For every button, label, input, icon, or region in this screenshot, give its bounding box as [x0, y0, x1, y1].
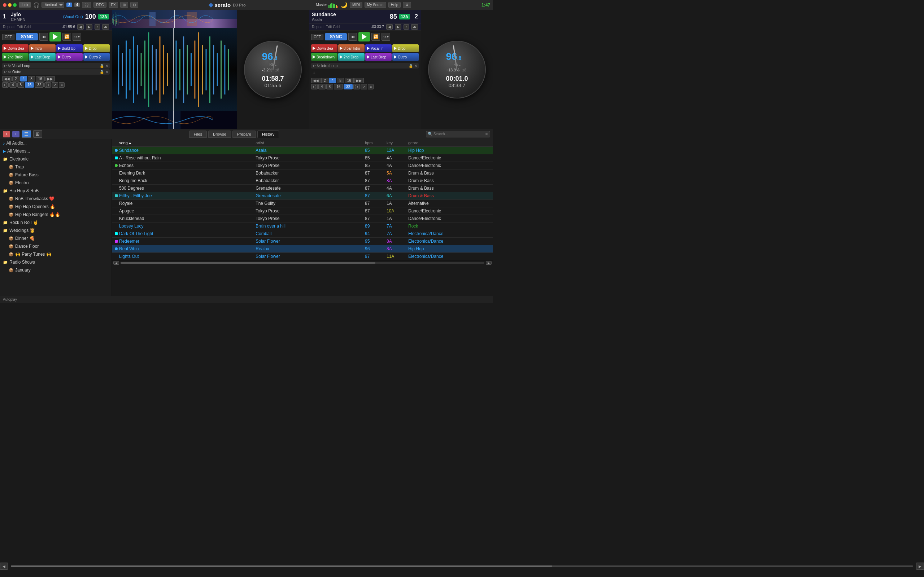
deck1-cue-8[interactable]: Outro 2	[83, 53, 110, 61]
tracklist-scroll-right[interactable]: ▶	[486, 261, 492, 265]
track-row-15[interactable]: Lights Out Solar Flower 97 11A Electroni…	[112, 253, 493, 260]
sidebar-item-future-bass[interactable]: 📦 Future Bass	[0, 171, 111, 179]
deck1-beat-back[interactable]: ◀◀	[2, 76, 11, 82]
list-view-btn[interactable]: ☰	[22, 130, 31, 138]
deck1-edit-grid[interactable]: Edit Grid	[16, 25, 31, 29]
close-btn[interactable]	[3, 3, 6, 7]
deck1-cue-4[interactable]: Drop	[83, 44, 110, 52]
deck1-bj-8[interactable]: 8	[17, 82, 24, 88]
deck2-bj-16[interactable]: 16	[334, 84, 343, 89]
rec-button[interactable]: REC	[94, 2, 106, 8]
deck1-platter[interactable]: 96 .8 REL -3.2% ±8 01:58.7 01:55.6	[244, 41, 302, 98]
loop-refresh-icon-2[interactable]: ↻	[317, 64, 320, 68]
deck2-repeat[interactable]: Repeat	[312, 25, 323, 29]
layout-select[interactable]: Vertical	[42, 2, 64, 8]
deck1-beat-4[interactable]: 4	[20, 76, 27, 82]
link-button[interactable]: Link	[19, 2, 31, 8]
tracklist-hscrollbar[interactable]	[121, 262, 485, 264]
deck2-bj-8[interactable]: 8	[326, 84, 333, 89]
deck2-beat-back[interactable]: ◀◀	[311, 78, 320, 83]
loop-reload-icon[interactable]: ↩	[3, 70, 6, 74]
deck2-sync-btn[interactable]: SYNC	[325, 33, 347, 40]
deck1-bj-fwd-2[interactable]: ⟩⟩	[44, 82, 51, 88]
track-row-6[interactable]: 500 Degrees Grenadesafe 87 4A Drum & Bas…	[112, 185, 493, 192]
track-row-13[interactable]: Redeemer Solar Flower 95 8A Electronica/…	[112, 238, 493, 245]
deck2-cue-8[interactable]: Outro	[393, 53, 419, 61]
settings-button[interactable]: ⚙	[403, 2, 411, 8]
deck1-beat-fwd[interactable]: ▶▶	[45, 76, 55, 82]
deck1-fx-btn[interactable]: FX▼	[73, 33, 81, 41]
deck2-cue-5[interactable]: Breakdown	[311, 53, 338, 61]
deck1-platter-area[interactable]: 96 .8 REL -3.2% ±8 01:58.7 01:55.6	[241, 37, 305, 102]
sidebar-item-all-videos[interactable]: ▶ All Videos...	[0, 147, 111, 155]
deck2-loop-icon-btn[interactable]: ⤢	[360, 84, 367, 89]
layout-icon-btn[interactable]: ⊞	[120, 2, 128, 8]
deck2-bj-4[interactable]: 4	[318, 84, 326, 89]
deck2-platter-area[interactable]: 96 .8 REL +13.9% ±8 00:01.0 03:33.7	[425, 37, 489, 102]
deck2-cue-4[interactable]: Drop	[393, 44, 419, 52]
col-header-song[interactable]: song ▲	[119, 141, 255, 145]
deck1-play-btn[interactable]	[50, 32, 61, 42]
track-row-5[interactable]: Bring me Back Bobabacker 87 8A Drum & Ba…	[112, 177, 493, 185]
deck1-next-btn[interactable]: ▶	[86, 24, 92, 29]
help-button[interactable]: Help	[388, 2, 401, 8]
deck2-eject-btn[interactable]: ⏏	[411, 24, 418, 29]
tab-prepare[interactable]: Prepare	[233, 131, 256, 138]
grid-btn[interactable]: ⊟	[130, 2, 138, 8]
deck2-scroll-icon-btn[interactable]: ≡	[368, 84, 373, 89]
sidebar-item-electronic[interactable]: 📁 Electronic	[0, 155, 111, 163]
deck1-cue-6[interactable]: Last Drop	[29, 53, 56, 61]
add-smartcrate-btn[interactable]: +	[12, 131, 19, 137]
deck2-bj-back-2[interactable]: ⟨⟨	[311, 84, 318, 89]
deck2-cue-1[interactable]: Down Bea	[311, 44, 338, 52]
deck1-load-btn[interactable]: ↑	[95, 24, 100, 29]
deck2-bj-fwd-2[interactable]: ⟩⟩	[353, 84, 360, 89]
track-row-11[interactable]: Loosey Lucy Brain over a hill 89 7A Rock	[112, 222, 493, 230]
sidebar-item-weddings[interactable]: 📁 Weddings 👸	[0, 226, 111, 234]
sidebar-item-hiphop-bangers[interactable]: 📦 Hip Hop Bangers 🔥🔥	[0, 211, 111, 219]
deck2-beat-fwd[interactable]: ▶▶	[354, 78, 364, 83]
tracklist-scroll-left[interactable]: ◀	[113, 261, 119, 265]
sidebar-item-electro[interactable]: 📦 Electro	[0, 179, 111, 187]
deck2-cue-6[interactable]: 2nd Drop	[338, 53, 365, 61]
loop-lock-icon[interactable]: 🔒	[100, 70, 104, 74]
tab-browse[interactable]: Browse	[208, 131, 231, 138]
sidebar-item-radio-shows[interactable]: 📁 Radio Shows	[0, 258, 111, 266]
myserato-button[interactable]: My Serato	[365, 2, 386, 8]
col-header-genre[interactable]: genre	[408, 141, 490, 145]
track-row-12[interactable]: Dark Of The Light Comball 94 7A Electron…	[112, 230, 493, 238]
sidebar-item-trap[interactable]: 📦 Trap	[0, 163, 111, 171]
sidebar-item-party-tunes[interactable]: 📦 🙌 Party Tunes 🙌	[0, 250, 111, 258]
col-header-artist[interactable]: artist	[255, 141, 365, 145]
add-crate-btn[interactable]: +	[3, 131, 10, 137]
deck1-repeat[interactable]: Repeat	[3, 25, 15, 29]
loop-lock-icon-2[interactable]: 🔒	[409, 64, 413, 68]
sidebar-item-hiphop-openers[interactable]: 📦 Hip Hop Openers 🔥	[0, 203, 111, 211]
deck2-cue-7[interactable]: Last Drop	[365, 53, 392, 61]
sidebar-item-january[interactable]: 📦 January	[0, 266, 111, 274]
deck1-cue-3[interactable]: Build Up	[56, 44, 82, 52]
sidebar-item-all-audio[interactable]: ♪ All Audio...	[0, 139, 111, 147]
deck2-bj-32[interactable]: 32	[344, 84, 353, 89]
grid-view-btn[interactable]: ⊞	[33, 130, 42, 138]
deck2-beat-4[interactable]: 4	[329, 78, 336, 83]
deck2-off-btn[interactable]: OFF	[311, 34, 323, 40]
maximize-btn[interactable]	[13, 3, 16, 7]
col-header-bpm[interactable]: bpm	[365, 141, 386, 145]
deck2-beat-8[interactable]: 8	[337, 78, 344, 83]
loop-reload-icon-2[interactable]: ↩	[313, 64, 315, 68]
col-header-key[interactable]: key	[386, 141, 408, 145]
track-row-14[interactable]: Real Vibin Realax 96 8A Hip Hop	[112, 245, 493, 253]
sidebar-item-rocknroll[interactable]: 📁 Rock n Roll 🤘	[0, 219, 111, 226]
loop-refresh-icon[interactable]: ↻	[8, 64, 11, 68]
search-clear-btn[interactable]: ✕	[485, 132, 488, 137]
loop-close-btn[interactable]: ✕	[105, 64, 108, 68]
add-loop-btn[interactable]: +	[313, 70, 315, 76]
sidebar-item-dinner[interactable]: 📦 Dinner 🍕	[0, 234, 111, 242]
track-row-2[interactable]: A - Rose without Rain Tokyo Prose 85 4A …	[112, 154, 493, 162]
loop-reload-icon[interactable]: ↩	[3, 64, 6, 68]
loop-close-btn-3[interactable]: ✕	[414, 64, 417, 68]
track-row-1[interactable]: Sundance Asala 85 12A Hip Hop	[112, 147, 493, 154]
tab-files[interactable]: Files	[189, 131, 207, 138]
deck1-bj-4[interactable]: 4	[10, 82, 16, 88]
